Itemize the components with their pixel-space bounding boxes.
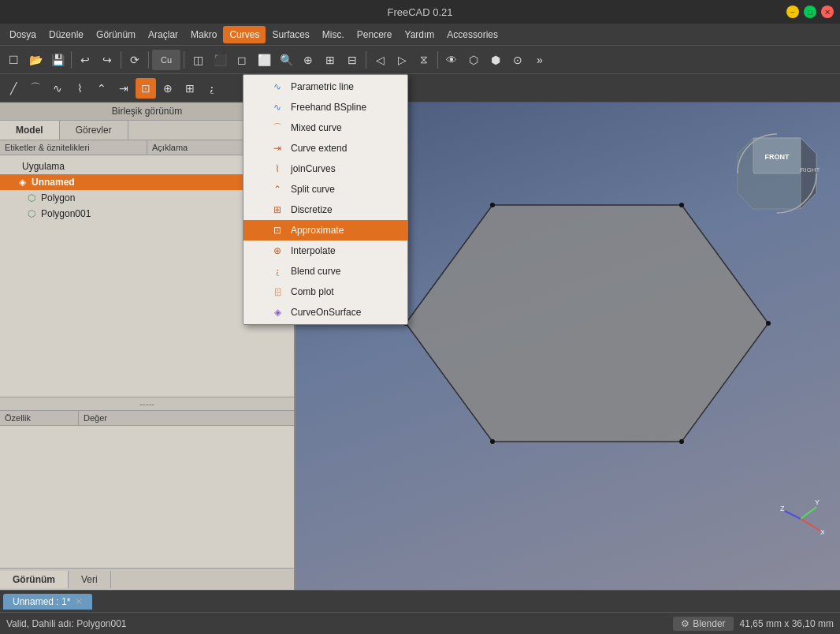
tool-arc[interactable]: ⌒ — [25, 78, 46, 99]
menu-item-freehand-bspline[interactable]: ∿ Freehand BSpline — [243, 97, 407, 117]
menu-item-discretize[interactable]: ⊞ Discretize — [243, 200, 407, 220]
renderer-indicator[interactable]: ⚙ Blender — [673, 617, 733, 631]
nav-cube[interactable]: FRONT RIGHT — [730, 126, 824, 221]
discretize-icon: ⊞ — [270, 203, 284, 217]
tab-gorevler[interactable]: Görevler — [60, 121, 128, 140]
bottom-tabs: Unnamed : 1* ✕ — [0, 590, 840, 612]
more-button[interactable]: » — [530, 50, 550, 70]
menu-item-curve-on-surface[interactable]: ◈ CurveOnSurface — [243, 302, 407, 323]
render-btn2[interactable]: ⬡ — [463, 50, 484, 70]
menu-duzenle[interactable]: Düzenle — [43, 26, 90, 43]
svg-text:RIGHT: RIGHT — [801, 166, 820, 173]
svg-line-6 — [801, 507, 816, 519]
menu-item-mixed-curve[interactable]: ⌒ Mixed curve — [243, 117, 407, 138]
menu-item-join-curves[interactable]: ⌇ joinCurves — [243, 158, 407, 179]
status-right: ⚙ Blender 41,65 mm x 36,10 mm — [673, 617, 834, 631]
unnamed-icon: ◈ — [16, 176, 28, 188]
mixed-curve-icon: ⌒ — [270, 121, 284, 135]
view-btn6[interactable]: ⊕ — [298, 50, 318, 70]
props-area — [0, 426, 294, 568]
svg-marker-3 — [801, 138, 816, 209]
refresh-button[interactable]: ⟳ — [125, 50, 145, 70]
sep2 — [121, 51, 121, 69]
render-btn4[interactable]: ⊙ — [507, 50, 528, 70]
view-btn8[interactable]: ⊟ — [342, 50, 362, 70]
redo-button[interactable]: ↪ — [97, 50, 117, 70]
nav-btn3[interactable]: ⧖ — [414, 50, 434, 70]
menu-misc[interactable]: Misc. — [316, 26, 351, 43]
menu-item-parametric-line[interactable]: ∿ Parametric line — [243, 76, 407, 97]
tab-unnamed-label: Unnamed : 1* — [13, 596, 70, 607]
render-btn1[interactable]: 👁 — [441, 50, 462, 70]
tool-line[interactable]: ╱ — [3, 78, 24, 99]
tool-extend[interactable]: ⇥ — [113, 78, 134, 99]
view-btn4[interactable]: ⬜ — [254, 50, 274, 70]
tree-col-labels: Etiketler & öznitelikleri — [0, 140, 147, 155]
sep5 — [366, 51, 366, 69]
tab-close-icon[interactable]: ✕ — [75, 596, 83, 607]
interpolate-icon: ⊕ — [270, 244, 284, 258]
new-button[interactable]: ☐ — [3, 50, 24, 70]
toolbar-2: ╱ ⌒ ∿ ⌇ ⌃ ⇥ ⊡ ⊕ ⊞ ⍮ — [0, 74, 840, 103]
menu-curves[interactable]: Curves — [223, 26, 266, 43]
menu-pencere[interactable]: Pencere — [351, 26, 399, 43]
menu-item-comb-plot[interactable]: ⌹ Comb plot — [243, 282, 407, 302]
tool-spline[interactable]: ∿ — [47, 78, 68, 99]
tool-split[interactable]: ⌃ — [91, 78, 112, 99]
nav-btn1[interactable]: ◁ — [370, 50, 390, 70]
hexagon-shape — [406, 205, 768, 442]
svg-text:X: X — [820, 528, 824, 536]
tab-gorunum[interactable]: Görünüm — [0, 571, 69, 588]
menu-makro[interactable]: Makro — [184, 26, 223, 43]
menu-yardim[interactable]: Yardım — [399, 26, 441, 43]
vertex4 — [679, 439, 684, 444]
menu-item-blend-curve[interactable]: ⍮ Blend curve — [243, 261, 407, 282]
undo-button[interactable]: ↩ — [75, 50, 95, 70]
open-button[interactable]: 📂 — [25, 50, 46, 70]
save-button[interactable]: 💾 — [47, 50, 68, 70]
tab-model[interactable]: Model — [0, 121, 60, 140]
prop-col-ozellik: Özellik — [0, 411, 79, 425]
menu-item-curve-extend[interactable]: ⇥ Curve extend — [243, 138, 407, 158]
svg-text:FRONT: FRONT — [765, 153, 790, 161]
tab-unnamed[interactable]: Unnamed : 1* ✕ — [3, 594, 92, 610]
menu-surfaces[interactable]: Surfaces — [266, 26, 315, 43]
menu-item-interpolate[interactable]: ⊕ Interpolate — [243, 241, 407, 261]
view-btn5[interactable]: 🔍 — [276, 50, 296, 70]
maximize-button[interactable]: □ — [804, 6, 816, 18]
svg-text:Z: Z — [780, 505, 785, 513]
uygulama-icon — [6, 160, 19, 173]
sep4 — [184, 51, 184, 69]
menu-item-approximate[interactable]: ⊡ Approximate — [243, 220, 407, 241]
curves-label-btn[interactable]: Cu — [152, 50, 180, 70]
tool-approx[interactable]: ⊡ — [136, 78, 156, 99]
close-button[interactable]: ✕ — [821, 6, 834, 18]
vertex5 — [490, 439, 495, 444]
tab-veri[interactable]: Veri — [69, 571, 111, 588]
titlebar: FreeCAD 0.21 − □ ✕ — [0, 0, 840, 24]
tool-blend[interactable]: ⍮ — [202, 78, 222, 99]
view-btn2[interactable]: ⬛ — [210, 50, 230, 70]
curve-on-surface-icon: ◈ — [270, 305, 284, 319]
tool-discrete[interactable]: ⊞ — [180, 78, 200, 99]
menu-accessories[interactable]: Accessories — [440, 26, 504, 43]
minimize-button[interactable]: − — [786, 6, 799, 18]
view-btn3[interactable]: ◻ — [232, 50, 252, 70]
app-title: FreeCAD 0.21 — [387, 6, 452, 18]
menu-araclar[interactable]: Araçlar — [142, 26, 184, 43]
tool-interp[interactable]: ⊕ — [158, 78, 178, 99]
render-btn3[interactable]: ⬢ — [485, 50, 506, 70]
props-header: Özellik Değer — [0, 411, 294, 426]
nav-btn2[interactable]: ▷ — [392, 50, 412, 70]
vertex2 — [679, 203, 684, 207]
vertex3 — [766, 321, 771, 326]
menu-dosya[interactable]: Dosya — [3, 26, 43, 43]
tool-join[interactable]: ⌇ — [69, 78, 90, 99]
toolbar-1: ☐ 📂 💾 ↩ ↪ ⟳ Cu ◫ ⬛ ◻ ⬜ 🔍 ⊕ ⊞ ⊟ ◁ ▷ ⧖ 👁 ⬡… — [0, 46, 840, 74]
view-btn1[interactable]: ◫ — [188, 50, 208, 70]
split-curve-icon: ⌃ — [270, 182, 284, 196]
menu-item-split-curve[interactable]: ⌃ Split curve — [243, 179, 407, 200]
menu-gorunum[interactable]: Görünüm — [90, 26, 142, 43]
dimensions-text: 41,65 mm x 36,10 mm — [740, 618, 834, 629]
view-btn7[interactable]: ⊞ — [320, 50, 340, 70]
